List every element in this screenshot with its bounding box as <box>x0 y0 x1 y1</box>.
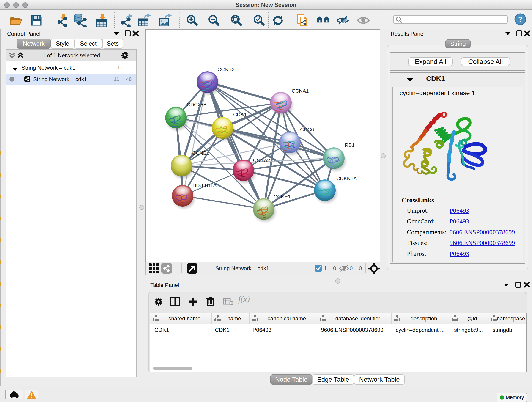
svg-text:RB1: RB1 <box>345 142 355 148</box>
svg-text:CDC25B: CDC25B <box>187 102 207 108</box>
svg-text:CCNE1: CCNE1 <box>273 194 291 200</box>
svg-text:CCNB1: CCNB1 <box>192 150 209 156</box>
svg-text:CDK1: CDK1 <box>233 112 247 117</box>
svg-text:CCNA2: CCNA2 <box>253 157 270 163</box>
svg-text:?: ? <box>518 15 523 23</box>
svg-text:CDC6: CDC6 <box>300 127 314 133</box>
svg-text:HIST1H1A: HIST1H1A <box>192 182 216 188</box>
svg-text:CCNB2: CCNB2 <box>217 66 234 72</box>
svg-text:CDKN1A: CDKN1A <box>336 176 357 181</box>
svg-text:CCNA1: CCNA1 <box>292 88 309 94</box>
